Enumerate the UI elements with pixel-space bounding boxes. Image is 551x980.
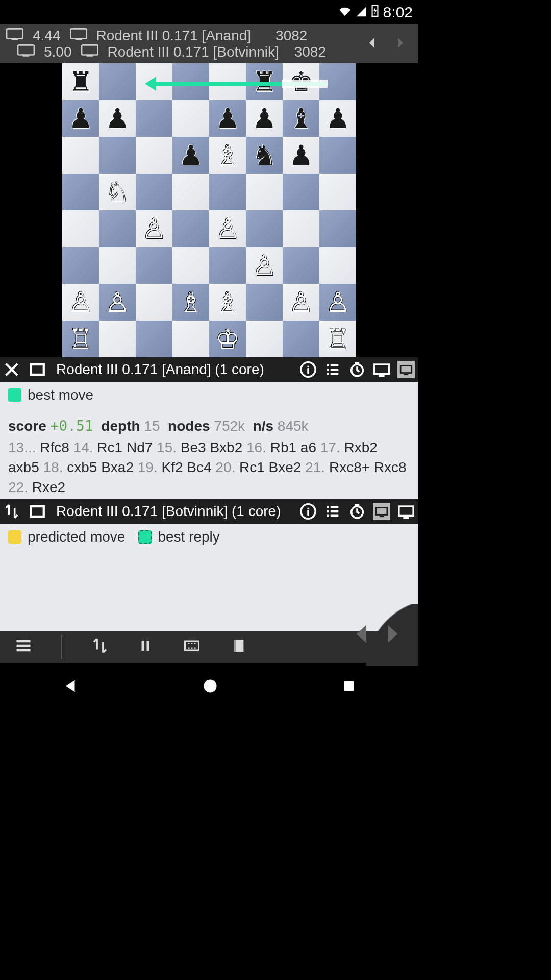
swap-icon[interactable]	[3, 503, 20, 520]
square[interactable]: ♗	[209, 137, 246, 174]
chip-icon[interactable]	[182, 636, 202, 657]
monitor-icon[interactable]	[373, 361, 390, 378]
square[interactable]: ♟	[172, 137, 209, 174]
score-label: score	[8, 418, 46, 434]
square[interactable]	[319, 247, 356, 284]
square[interactable]	[246, 321, 283, 357]
engine2-bar: Rodent III 0.171 [Botvinnik] (1 core)	[0, 499, 418, 524]
book-icon[interactable]	[231, 636, 247, 657]
square[interactable]	[172, 210, 209, 247]
pause-icon[interactable]	[138, 636, 153, 657]
timer-icon[interactable]	[348, 503, 366, 520]
svg-rect-0	[7, 29, 23, 38]
square[interactable]: ♞	[246, 137, 283, 174]
square[interactable]	[99, 210, 136, 247]
square[interactable]	[319, 137, 356, 174]
square[interactable]	[99, 321, 136, 357]
square[interactable]	[209, 174, 246, 210]
p1-time: 4.44	[33, 28, 61, 44]
square[interactable]	[62, 210, 99, 247]
square[interactable]: ♘	[99, 174, 136, 210]
p2-rating: 3082	[294, 44, 326, 60]
square[interactable]	[172, 321, 209, 357]
header-next-button[interactable]	[392, 35, 408, 53]
bottom-toolbar	[0, 631, 418, 663]
chessboard[interactable]: ♜♜♚♟♟♟♟♝♟♟♗♞♟♘♙♙♙♙♙♗♗♙♙♖♔♖	[62, 63, 356, 357]
square[interactable]	[283, 247, 319, 284]
square[interactable]	[246, 284, 283, 321]
square[interactable]: ♙	[283, 284, 319, 321]
square[interactable]: ♙	[62, 284, 99, 321]
menu-icon[interactable]	[14, 636, 33, 657]
square[interactable]: ♗	[209, 284, 246, 321]
monitor-active-icon[interactable]	[373, 503, 390, 520]
square[interactable]: ♙	[246, 247, 283, 284]
square[interactable]	[172, 174, 209, 210]
square[interactable]	[319, 174, 356, 210]
square[interactable]: ♗	[172, 284, 209, 321]
square[interactable]: ♟	[246, 100, 283, 137]
square[interactable]	[172, 247, 209, 284]
square[interactable]	[62, 174, 99, 210]
square[interactable]	[136, 284, 172, 321]
square[interactable]	[319, 210, 356, 247]
square[interactable]: ♖	[319, 321, 356, 357]
info-icon[interactable]	[299, 503, 317, 520]
square[interactable]: ♔	[209, 321, 246, 357]
close-icon[interactable]	[3, 361, 20, 378]
back-button[interactable]	[62, 677, 79, 697]
square[interactable]: ♖	[62, 321, 99, 357]
square[interactable]: ♟	[62, 100, 99, 137]
square[interactable]	[283, 321, 319, 357]
square[interactable]	[136, 137, 172, 174]
square[interactable]: ♜	[62, 63, 99, 100]
square[interactable]	[172, 100, 209, 137]
home-button[interactable]	[203, 678, 218, 696]
android-nav-bar	[0, 663, 418, 712]
square[interactable]: ♙	[319, 284, 356, 321]
svg-rect-2	[70, 29, 87, 38]
square[interactable]: ♙	[136, 210, 172, 247]
flip-icon[interactable]	[91, 636, 109, 657]
square[interactable]: ♟	[209, 100, 246, 137]
svg-rect-11	[374, 364, 389, 374]
square[interactable]	[99, 247, 136, 284]
square[interactable]: ♟	[99, 100, 136, 137]
square[interactable]: ♙	[99, 284, 136, 321]
square[interactable]	[283, 210, 319, 247]
square[interactable]: ♟	[283, 137, 319, 174]
square[interactable]	[136, 100, 172, 137]
square[interactable]: ♝	[283, 100, 319, 137]
square[interactable]	[209, 247, 246, 284]
p2-time: 5.00	[44, 44, 72, 60]
square[interactable]	[136, 247, 172, 284]
next-move-button[interactable]	[380, 620, 404, 650]
header-prev-button[interactable]	[365, 35, 380, 53]
square[interactable]	[99, 137, 136, 174]
window-icon[interactable]	[29, 503, 46, 520]
prev-move-button[interactable]	[350, 620, 374, 650]
square[interactable]	[62, 137, 99, 174]
p2-name: Rodent III 0.171 [Botvinnik]	[108, 44, 279, 60]
square[interactable]	[62, 247, 99, 284]
square[interactable]: ♙	[209, 210, 246, 247]
list-icon[interactable]	[324, 361, 341, 378]
square[interactable]	[136, 321, 172, 357]
svg-rect-3	[75, 39, 82, 40]
square[interactable]	[246, 174, 283, 210]
monitor-icon[interactable]	[397, 503, 415, 520]
monitor-active-icon[interactable]	[397, 361, 415, 378]
window-icon[interactable]	[29, 361, 46, 378]
recent-button[interactable]	[342, 679, 356, 695]
square[interactable]	[283, 174, 319, 210]
svg-rect-18	[185, 641, 199, 650]
square[interactable]	[99, 63, 136, 100]
list-icon[interactable]	[324, 503, 341, 520]
square[interactable]	[136, 174, 172, 210]
nps-label: n/s	[253, 418, 273, 434]
square[interactable]	[246, 210, 283, 247]
nodes-value: 752k	[214, 418, 245, 434]
square[interactable]: ♟	[319, 100, 356, 137]
info-icon[interactable]	[299, 361, 317, 378]
timer-icon[interactable]	[348, 361, 366, 378]
